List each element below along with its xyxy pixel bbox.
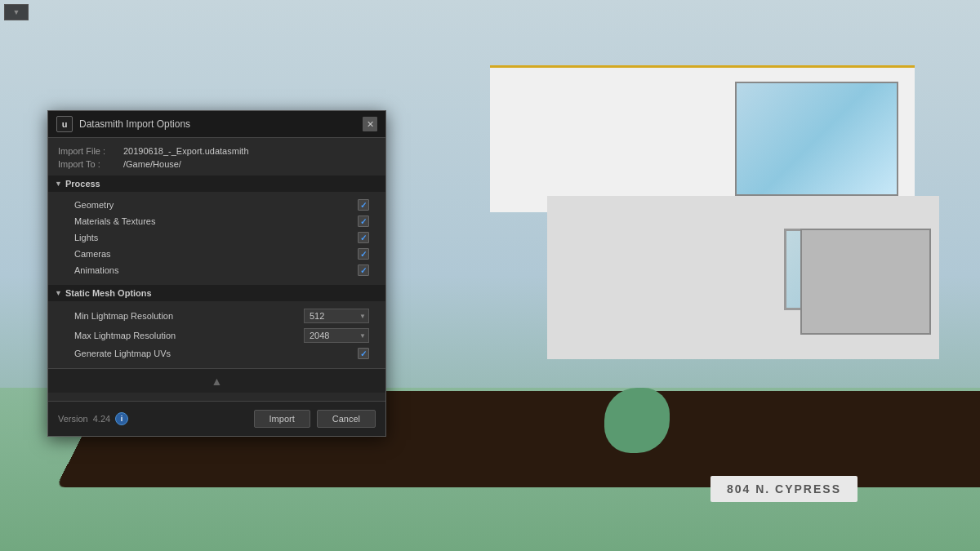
house-garage [800,229,931,335]
geometry-label: Geometry [74,200,189,210]
static-mesh-section-header[interactable]: ▼ Static Mesh Options [48,285,385,301]
max-lightmap-row: Max Lightmap Resolution 64 128 256 512 1… [58,326,376,345]
footer-buttons: Import Cancel [254,410,376,428]
geometry-checkbox-wrapper [358,199,369,211]
process-section-label: Process [65,179,100,189]
version-label: Version [58,414,88,424]
animations-checkbox-wrapper [358,264,369,276]
max-lightmap-select-wrapper: 64 128 256 512 1024 2048 4096 [304,328,369,343]
cameras-checkbox-wrapper [358,248,369,260]
min-lightmap-select[interactable]: 64 128 256 512 1024 2048 [304,309,369,323]
min-lightmap-row: Min Lightmap Resolution 64 128 256 512 1… [58,306,376,326]
process-arrow-icon: ▼ [55,180,62,188]
house-window-large [735,82,898,196]
street-sign: 804 N. CYPRESS [710,476,858,502]
animations-label: Animations [74,265,189,275]
tree-bush [604,388,670,453]
process-section-header[interactable]: ▼ Process [48,176,385,192]
cameras-option-row: Cameras [58,246,376,262]
import-file-row: Import File : 20190618_-_Export.udatasmi… [58,146,376,156]
materials-textures-label: Materials & Textures [74,216,189,226]
materials-textures-option-row: Materials & Textures [58,213,376,229]
modal-title: Datasmith Import Options [79,118,190,130]
titlebar-left: u Datasmith Import Options [56,116,190,132]
materials-textures-checkbox[interactable] [358,216,369,227]
geometry-checkbox[interactable] [358,199,369,211]
import-file-value: 20190618_-_Export.udatasmith [123,146,249,156]
ue-logo: u [56,116,73,132]
static-mesh-section-label: Static Mesh Options [65,288,152,298]
modal-close-button[interactable]: ✕ [363,117,377,131]
generate-lightmap-label: Generate Lightmap UVs [74,349,189,358]
max-lightmap-select[interactable]: 64 128 256 512 1024 2048 4096 [304,328,369,343]
modal-titlebar: u Datasmith Import Options ✕ [48,111,385,138]
lights-checkbox[interactable] [358,232,369,243]
animations-option-row: Animations [58,262,376,278]
lights-checkbox-wrapper [358,232,369,243]
generate-lightmap-row: Generate Lightmap UVs [58,345,376,362]
min-lightmap-select-wrapper: 64 128 256 512 1024 2048 [304,309,369,323]
geometry-option-row: Geometry [58,197,376,213]
generate-lightmap-checkbox[interactable] [358,348,369,359]
scroll-section: ▲ [48,368,385,393]
cameras-checkbox[interactable] [358,248,369,260]
import-file-label: Import File : [58,146,123,156]
modal-body: Import File : 20190618_-_Export.udatasmi… [48,138,385,401]
ue-corner-button[interactable]: ▼ [4,4,29,20]
lights-option-row: Lights [58,229,376,246]
modal-footer: Version 4.24 i Import Cancel [48,401,385,436]
import-button[interactable]: Import [254,410,310,428]
version-value: 4.24 [93,414,110,424]
import-to-row: Import To : /Game/House/ [58,159,376,169]
generate-lightmap-checkbox-wrapper [358,348,369,359]
import-to-value: /Game/House/ [123,159,181,169]
import-to-label: Import To : [58,159,123,169]
lights-label: Lights [74,233,189,242]
max-lightmap-label: Max Lightmap Resolution [74,331,189,340]
version-info-icon[interactable]: i [115,412,128,425]
materials-textures-checkbox-wrapper [358,216,369,227]
cameras-label: Cameras [74,249,189,259]
static-mesh-arrow-icon: ▼ [55,289,62,297]
scroll-up-icon: ▲ [212,375,223,388]
version-info: Version 4.24 i [58,412,128,425]
min-lightmap-label: Min Lightmap Resolution [74,311,189,321]
process-options: Geometry Materials & Textures Lights [58,197,376,278]
static-mesh-options: Min Lightmap Resolution 64 128 256 512 1… [58,306,376,362]
cancel-button[interactable]: Cancel [317,410,376,428]
datasmith-import-dialog: u Datasmith Import Options ✕ Import File… [47,110,386,437]
animations-checkbox[interactable] [358,264,369,276]
